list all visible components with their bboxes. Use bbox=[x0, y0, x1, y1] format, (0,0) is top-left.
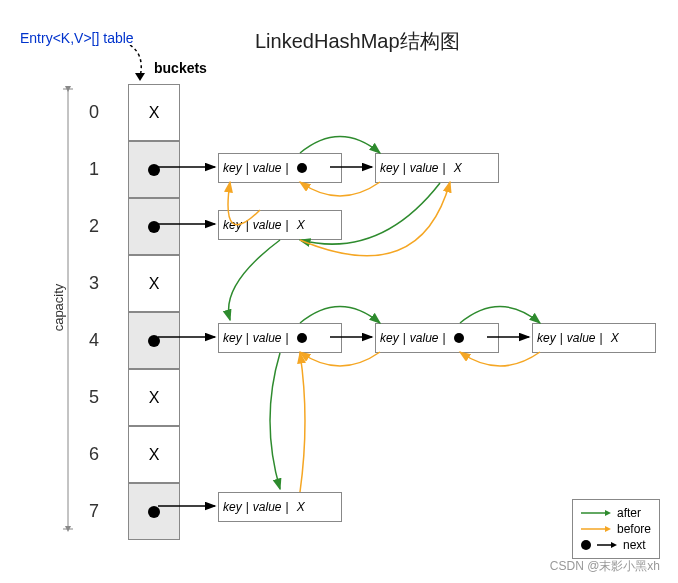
node-key: key bbox=[223, 331, 242, 345]
entry-node: key | value | X bbox=[532, 323, 656, 353]
empty-bucket-x: X bbox=[149, 104, 160, 122]
entry-node: key | value | X bbox=[375, 153, 499, 183]
bucket-index: 3 bbox=[89, 273, 99, 294]
node-value: value bbox=[567, 331, 596, 345]
entry-node: key | value | bbox=[218, 153, 342, 183]
bucket-index: 1 bbox=[89, 159, 99, 180]
node-key: key bbox=[223, 500, 242, 514]
node-value: value bbox=[253, 218, 282, 232]
bucket-cell: 7 bbox=[128, 483, 180, 540]
bucket-index: 7 bbox=[89, 501, 99, 522]
node-key: key bbox=[223, 161, 242, 175]
null-pointer: X bbox=[297, 218, 305, 232]
table-pointer-arrow bbox=[120, 45, 160, 85]
bucket-cell: 4 bbox=[128, 312, 180, 369]
node-value: value bbox=[253, 500, 282, 514]
null-pointer: X bbox=[454, 161, 462, 175]
pointer-dot-icon bbox=[148, 506, 160, 518]
legend: after before next bbox=[572, 499, 660, 559]
pointer-dot-icon bbox=[148, 335, 160, 347]
entry-node: key | value | X bbox=[218, 210, 342, 240]
bucket-cell: 6X bbox=[128, 426, 180, 483]
table-type-label: Entry<K,V>[] table bbox=[20, 30, 134, 46]
node-value: value bbox=[410, 331, 439, 345]
capacity-arrow bbox=[58, 84, 78, 534]
bucket-cell: 2 bbox=[128, 198, 180, 255]
bucket-array: 0X123X45X6X7 bbox=[128, 84, 180, 540]
entry-node: key | value | bbox=[218, 323, 342, 353]
entry-node: key | value | X bbox=[218, 492, 342, 522]
node-value: value bbox=[410, 161, 439, 175]
diagram-title: LinkedHashMap结构图 bbox=[255, 28, 460, 55]
pointer-dot-icon bbox=[148, 221, 160, 233]
bucket-index: 0 bbox=[89, 102, 99, 123]
bucket-index: 2 bbox=[89, 216, 99, 237]
node-value: value bbox=[253, 331, 282, 345]
legend-after: after bbox=[581, 506, 651, 520]
bucket-cell: 0X bbox=[128, 84, 180, 141]
node-key: key bbox=[380, 331, 399, 345]
empty-bucket-x: X bbox=[149, 389, 160, 407]
next-pointer-icon bbox=[297, 163, 307, 173]
legend-before: before bbox=[581, 522, 651, 536]
bucket-cell: 3X bbox=[128, 255, 180, 312]
next-pointer-icon bbox=[454, 333, 464, 343]
watermark: CSDN @末影小黑xh bbox=[550, 558, 660, 575]
null-pointer: X bbox=[611, 331, 619, 345]
empty-bucket-x: X bbox=[149, 275, 160, 293]
null-pointer: X bbox=[297, 500, 305, 514]
next-pointer-icon bbox=[297, 333, 307, 343]
node-key: key bbox=[537, 331, 556, 345]
node-key: key bbox=[380, 161, 399, 175]
bucket-index: 6 bbox=[89, 444, 99, 465]
bucket-index: 5 bbox=[89, 387, 99, 408]
pointer-dot-icon bbox=[148, 164, 160, 176]
buckets-label: buckets bbox=[154, 60, 207, 76]
bucket-cell: 5X bbox=[128, 369, 180, 426]
bucket-cell: 1 bbox=[128, 141, 180, 198]
legend-next: next bbox=[581, 538, 651, 552]
node-key: key bbox=[223, 218, 242, 232]
entry-node: key | value | bbox=[375, 323, 499, 353]
bucket-index: 4 bbox=[89, 330, 99, 351]
empty-bucket-x: X bbox=[149, 446, 160, 464]
node-value: value bbox=[253, 161, 282, 175]
